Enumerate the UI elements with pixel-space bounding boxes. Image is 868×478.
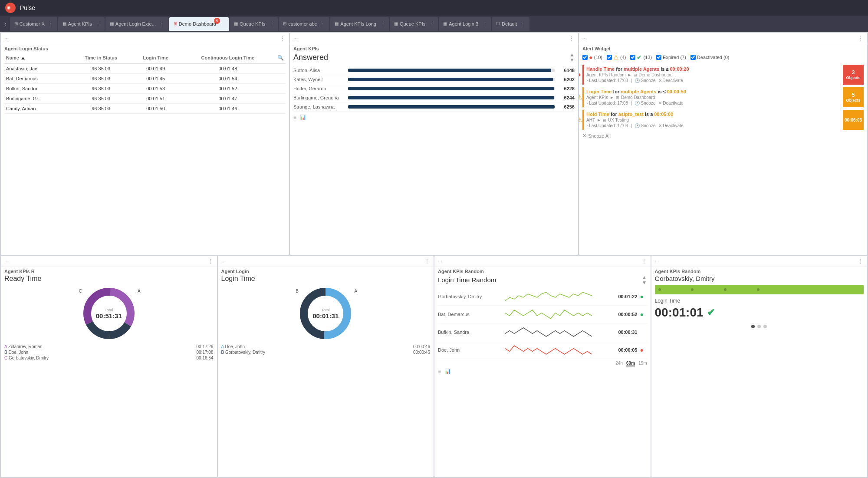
- snooze-all-button[interactable]: ✕ Snooze All: [579, 131, 867, 140]
- sparkline-row: Doe, John 00:00:05 ●: [438, 341, 647, 359]
- tab-agent-kpis-long[interactable]: ▦ Agent KPIs Long ⋮: [330, 17, 389, 31]
- search-icon[interactable]: 🔍: [277, 55, 284, 61]
- cell-login-time: 00:01:53: [132, 84, 180, 94]
- kpi-bar-row: Kates, Wynell 6202: [293, 75, 575, 84]
- alert-filter-deactivated[interactable]: Deactivated (0): [690, 55, 730, 60]
- alert-path-3: AHT ► ⊞ UX Testing: [586, 118, 842, 122]
- tab-agent-login-3[interactable]: ▦ Agent Login 3 ⋮: [439, 17, 491, 31]
- random-metric-label: Login Time Random: [438, 276, 496, 284]
- tab-queue-kpis-2[interactable]: ▦ Queue KPIs ⋮: [390, 17, 438, 31]
- col-login-time[interactable]: Login Time: [132, 52, 180, 64]
- tab-customer-abc[interactable]: ⊞ customer abc ⋮: [279, 17, 329, 31]
- tabbar: ‹ ⊞ Customer X ⋮ ▦ Agent KPIs ⋮ ▦ Agent …: [0, 16, 868, 32]
- tab-label: Agent KPIs Long: [340, 21, 376, 26]
- drag-handle[interactable]: ⋯: [293, 36, 298, 41]
- tab-agent-login-ext[interactable]: ▦ Agent Login Exte... ⋮: [105, 17, 168, 31]
- kpi-bar-value: 6202: [557, 77, 575, 82]
- tab-menu-icon[interactable]: ⋮: [320, 21, 325, 26]
- deactivate-button-3[interactable]: ✕ Deactivate: [658, 123, 684, 128]
- alert-filter-red[interactable]: ● (10): [582, 54, 602, 61]
- dashboard-icon: ▦: [62, 21, 66, 26]
- tab-demo-dashboard[interactable]: ⊞ Demo Dashboard 5 ⋮: [169, 17, 229, 31]
- tab-agent-kpis[interactable]: ▦ Agent KPIs ⋮: [58, 17, 105, 31]
- widget-menu-button[interactable]: ⋮: [424, 257, 430, 264]
- tab-menu-icon[interactable]: ⋮: [429, 21, 434, 26]
- cell-time-status: 96:35:03: [71, 64, 132, 74]
- nav-dot[interactable]: [757, 325, 761, 328]
- time-15m[interactable]: 15m: [638, 361, 647, 366]
- tab-label: Agent Login Exte...: [115, 21, 156, 26]
- kpi-sort-button[interactable]: ▲▼: [569, 52, 575, 63]
- cell-time-status: 96:35:03: [71, 104, 132, 114]
- table-row: Burlingame, Gr... 96:35:03 00:01:51 00:0…: [4, 94, 286, 104]
- alert-filter-expired[interactable]: Expired (7): [656, 55, 686, 60]
- bar-dot: [658, 288, 661, 291]
- alert-item-1: ● Handle Time for multiple Agents is ≥ 0…: [582, 65, 864, 85]
- widget-menu-button[interactable]: ⋮: [569, 35, 575, 42]
- segment-a-label: A: [138, 289, 141, 293]
- widget-menu-button[interactable]: ⋮: [279, 35, 286, 42]
- snooze-button-3[interactable]: 🕐 Snooze: [635, 123, 656, 128]
- login-donut-legend: A Doe, John 00:00:46 B Gorbatovskiy, Dmi…: [221, 344, 431, 355]
- nav-dot[interactable]: [763, 325, 767, 328]
- login-donut-chart: Total 00:01:31 A B: [297, 285, 354, 342]
- widget-menu-button[interactable]: ⋮: [207, 257, 214, 264]
- tab-menu-icon[interactable]: ⋮: [482, 21, 487, 26]
- random-sort-button[interactable]: ▲▼: [642, 275, 647, 285]
- kpi-bars: Sutton, Alisa 6148 Kates, Wynell 6202 Ho…: [293, 66, 575, 112]
- kpi-bar-fill: [348, 96, 554, 99]
- snooze-button-2[interactable]: 🕐 Snooze: [635, 101, 656, 105]
- cell-time-status: 96:35:03: [71, 94, 132, 104]
- drag-handle[interactable]: ⋯: [438, 259, 442, 264]
- login-donut-center: Total 00:01:31: [312, 307, 339, 319]
- alert-filter-yellow[interactable]: ⚠ (4): [607, 54, 626, 61]
- tab-menu-icon[interactable]: ⋮: [380, 21, 385, 26]
- tab-default[interactable]: ☐ Default ⋮: [492, 17, 529, 31]
- time-24h[interactable]: 24h: [615, 361, 623, 366]
- col-time-status[interactable]: Time in Status: [71, 52, 132, 64]
- tab-customer-x[interactable]: ⊞ Customer X ⋮: [10, 17, 57, 31]
- tab-badge: 5: [214, 18, 220, 24]
- tab-menu-icon[interactable]: ⋮: [95, 21, 100, 26]
- agent-login-widget: ⋯ ⋮ Agent Login Login Time Total 00:01:3…: [218, 256, 434, 478]
- tab-scroll-left[interactable]: ‹: [2, 20, 9, 27]
- alert-warn-icon-2: ⚠: [579, 116, 582, 123]
- drag-handle[interactable]: ⋯: [4, 36, 9, 41]
- col-continuous[interactable]: Continuous Login Time: [180, 52, 276, 64]
- snooze-button-1[interactable]: 🕐 Snooze: [635, 78, 656, 83]
- drag-handle[interactable]: ⋯: [655, 259, 659, 264]
- tab-queue-kpis[interactable]: ▦ Queue KPIs ⋮: [230, 17, 278, 31]
- time-60m[interactable]: 60m: [626, 361, 635, 366]
- nav-dot-active[interactable]: [751, 325, 755, 328]
- deactivate-button-1[interactable]: ✕ Deactivate: [658, 78, 683, 83]
- tab-menu-icon[interactable]: ⋮: [159, 21, 164, 26]
- ready-time-label: Ready Time: [4, 275, 41, 283]
- agent-table: Name Time in Status Login Time Continuou…: [4, 52, 286, 114]
- table-row: Bat, Demarcus 96:35:03 00:01:45 00:01:54: [4, 74, 286, 84]
- widget-menu-button[interactable]: ⋮: [858, 35, 864, 42]
- dashboard-icon: ▦: [394, 21, 398, 26]
- tab-menu-icon[interactable]: ⋮: [220, 21, 224, 26]
- kpi-bar-fill: [348, 69, 551, 72]
- login-time-label: Login Time: [221, 275, 255, 283]
- kpi-bar-name: Sutton, Alisa: [293, 68, 345, 73]
- alert-badge-3: 00:06:03: [843, 110, 864, 130]
- cell-login-time: 00:01:50: [132, 104, 180, 114]
- tab-menu-icon[interactable]: ⋮: [269, 21, 273, 26]
- tab-menu-icon[interactable]: ⋮: [48, 21, 53, 26]
- sparkline-row: Bat, Demarcus 00:00:52 ●: [438, 306, 647, 323]
- drag-handle[interactable]: ⋯: [4, 259, 9, 264]
- bar-dot: [757, 288, 760, 291]
- widget-menu-button[interactable]: ⋮: [858, 257, 864, 264]
- widget-menu-button[interactable]: ⋮: [641, 257, 647, 264]
- alert-filter-green[interactable]: ✔ (13): [630, 54, 652, 61]
- drag-handle[interactable]: ⋯: [582, 36, 587, 41]
- time-options: 24h 60m 15m: [438, 359, 647, 366]
- login-segment-b: B: [296, 289, 299, 293]
- deactivate-button-2[interactable]: ✕ Deactivate: [658, 101, 684, 105]
- tab-menu-icon[interactable]: ⋮: [520, 21, 525, 26]
- donut-center: Total 00:51:31: [96, 307, 122, 319]
- sparkline-value: 00:01:22: [612, 294, 638, 299]
- drag-handle[interactable]: ⋯: [221, 259, 226, 264]
- col-name[interactable]: Name: [4, 52, 71, 64]
